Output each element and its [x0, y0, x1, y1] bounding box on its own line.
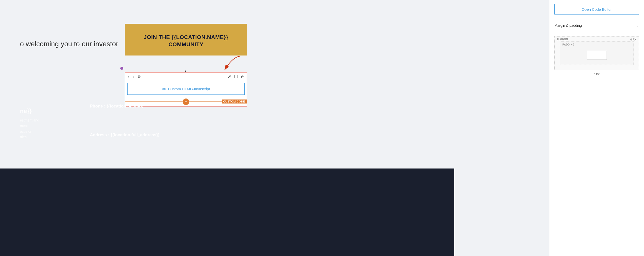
footer-description: estment and ment ocus on rties. [20, 117, 39, 140]
footer-address: Address : {{location.full_address}} [90, 133, 160, 138]
golden-banner: JOIN THE {{LOCATION.NAME}} COMMUNITY [125, 24, 247, 56]
delete-icon[interactable]: 🗑 [240, 74, 244, 79]
block-toolbar: ↑ ↓ ⚙ ⤢ ❐ 🗑 [125, 72, 246, 81]
settings-icon[interactable]: ⚙ [137, 74, 141, 79]
padding-value-bottom: 0 PX [554, 73, 639, 76]
copy-icon[interactable]: ❐ [234, 74, 238, 79]
footer-location-name: ne}} [20, 107, 32, 114]
margin-padding-title: Margin & padding [554, 24, 582, 28]
margin-padding-diagram: MARGIN 0 PX PADDING 0 PX [550, 31, 644, 81]
add-block-button[interactable]: + [183, 98, 189, 105]
preview-text-top: o welcoming you to our investor [20, 40, 118, 48]
margin-value: 0 PX [630, 38, 636, 41]
add-row: + CUSTOM CODE [125, 97, 246, 106]
purple-dot [120, 67, 123, 70]
margin-label: MARGIN [557, 38, 568, 41]
selected-block: ↑ ↓ ⚙ ⤢ ❐ 🗑 <> Custom HTML/Javascript + … [125, 72, 247, 106]
toolbar-left: ↑ ↓ ⚙ [127, 74, 141, 79]
padding-inner-box [587, 51, 607, 60]
footer-phone: Phone : {{location.phone}} [90, 104, 143, 109]
custom-html-label: Custom HTML/Javascript [168, 87, 210, 91]
move-up-icon[interactable]: ↑ [127, 74, 130, 79]
code-brackets-icon: <> [162, 87, 166, 91]
custom-code-label: CUSTOM CODE [222, 99, 246, 103]
custom-html-block[interactable]: <> Custom HTML/Javascript [127, 83, 244, 95]
canvas-area: o welcoming you to our investor JOIN THE… [0, 0, 549, 256]
expand-icon[interactable]: ⤢ [227, 73, 232, 80]
page-preview: o welcoming you to our investor JOIN THE… [0, 0, 549, 256]
golden-banner-title: JOIN THE {{LOCATION.NAME}} COMMUNITY [132, 34, 240, 48]
right-panel: Open Code Editor Margin & padding ⌄ MARG… [549, 0, 644, 256]
padding-box: PADDING [560, 42, 634, 65]
open-code-editor-button[interactable]: Open Code Editor [554, 4, 639, 15]
dark-footer [0, 169, 454, 256]
padding-label: PADDING [562, 43, 574, 46]
chevron-down-icon: ⌄ [636, 24, 639, 27]
margin-box: MARGIN 0 PX PADDING [554, 36, 639, 70]
margin-padding-section-header[interactable]: Margin & padding ⌄ [550, 20, 644, 31]
move-down-icon[interactable]: ↓ [132, 74, 135, 79]
toolbar-right: ⤢ ❐ 🗑 [227, 73, 244, 80]
